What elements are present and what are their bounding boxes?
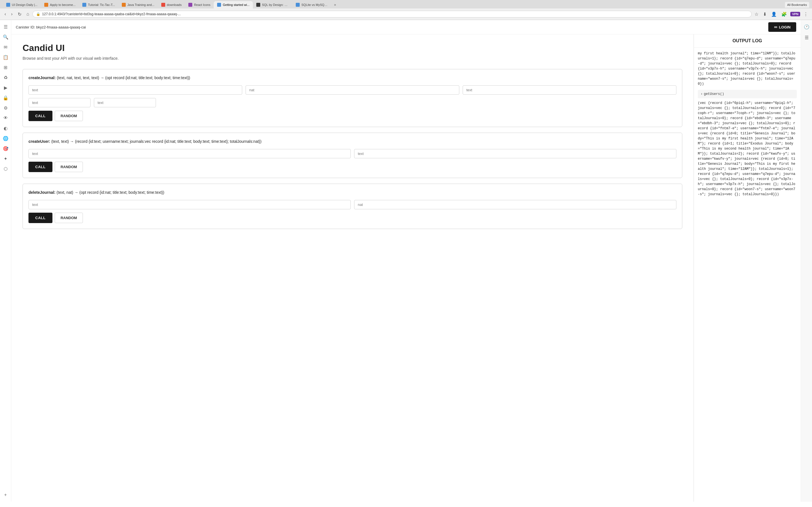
tab-label: Tutorial: Tic-Tac-T... (88, 3, 115, 6)
vpn-badge[interactable]: VPN (790, 12, 800, 16)
sidebar-icon-windows[interactable]: ⊞ (1, 63, 10, 72)
extensions-button[interactable]: 🧩 (780, 11, 788, 17)
tab-favicon (122, 3, 126, 7)
input-row-createJournal-1 (29, 86, 676, 95)
input-row-createUser-1 (29, 149, 676, 158)
page-subtitle: Browse and test your API with our visual… (22, 56, 682, 61)
tab-favicon (161, 3, 165, 7)
login-label: LOGIN (779, 25, 791, 29)
random-button-deleteJournal[interactable]: RANDOM (55, 213, 83, 223)
input-createJournal-text3[interactable] (29, 98, 91, 107)
input-row-deleteJournal-1 (29, 200, 676, 209)
sidebar-icon-refresh[interactable]: ♻ (1, 73, 10, 82)
input-deleteJournal-nat[interactable] (354, 200, 676, 209)
output-log-content: my first health journal"; time="12AM"}};… (694, 48, 801, 502)
output-collapsible-label: getUsers() (704, 92, 724, 97)
input-createJournal-text4[interactable] (94, 98, 156, 107)
tab-tutorial[interactable]: Tutorial: Tic-Tac-T... (79, 1, 118, 8)
download-button[interactable]: ⬇ (762, 11, 768, 17)
api-name-deleteJournal: deleteJournal: (29, 190, 56, 194)
api-sig-text-deleteJournal: (text, nat) → (opt record {id:nat; title… (57, 190, 164, 194)
api-sig-text-createUser: (text, text) → (record {id:text; usernam… (51, 139, 261, 144)
lock-icon: 🔒 (36, 12, 40, 16)
sidebar-icon-clipboard[interactable]: 📋 (1, 53, 10, 62)
tab-label: Java Training and... (128, 3, 154, 6)
api-signature-createUser: createUser: (text, text) → (record {id:t… (29, 138, 676, 145)
tab-react-icons[interactable]: React Icons (185, 1, 214, 8)
tab-label: SQLite vs MySQL... (301, 3, 328, 6)
profile-button[interactable]: 👤 (770, 11, 778, 17)
api-card-createJournal: createJournal: (text, nat, text, text, t… (22, 69, 682, 127)
call-button-createJournal[interactable]: CALL (29, 111, 52, 121)
sidebar-icon-add[interactable]: + (1, 490, 10, 499)
bookmark-button[interactable]: ☆ (753, 11, 760, 17)
sidebar-icon-lock[interactable]: 🔒 (1, 93, 10, 102)
api-signature-deleteJournal: deleteJournal: (text, nat) → (opt record… (29, 189, 676, 195)
tabs-overflow[interactable]: » (332, 2, 338, 8)
tab-java[interactable]: Java Training and... (118, 1, 158, 8)
browser-chrome: UI Design Daily |... Apply to become... … (0, 0, 812, 20)
output-entry-0: my first health journal"; time="12AM"}};… (698, 51, 797, 87)
tab-label: downloads (167, 3, 182, 6)
tab-ui-design[interactable]: UI Design Daily |... (3, 1, 41, 8)
home-button[interactable]: ⌂ (25, 11, 31, 17)
sidebar-icon-theme[interactable]: ◐ (1, 124, 10, 133)
refresh-button[interactable]: ↻ (16, 11, 23, 17)
call-button-createUser[interactable]: CALL (29, 162, 52, 172)
sidebar-icon-eye[interactable]: 👁 (1, 114, 10, 122)
sidebar-icon-sparkle[interactable]: ✦ (1, 154, 10, 163)
browser-tabs: UI Design Daily |... Apply to become... … (0, 0, 812, 8)
output-collapsible-getUsers[interactable]: › getUsers() (698, 90, 797, 98)
right-sidebar-clock-icon[interactable]: 🕐 (802, 22, 811, 31)
call-button-deleteJournal[interactable]: CALL (29, 213, 52, 223)
tab-favicon (44, 3, 48, 7)
output-panel: OUTPUT LOG my first health journal"; tim… (694, 34, 801, 502)
sidebar-icon-play[interactable]: ▶ (1, 83, 10, 92)
menu-button[interactable]: ⋮ (802, 11, 809, 17)
sidebar-icon-target[interactable]: 🎯 (1, 144, 10, 153)
input-row-createJournal-2 (29, 98, 676, 107)
tab-sqlite[interactable]: SQLite vs MySQL... (292, 1, 332, 8)
sidebar-icon-settings[interactable]: ⚙ (1, 103, 10, 112)
content-area: Canister ID: bkyz2-fmaaa-aaaaa-qaaaq-cai… (11, 20, 812, 502)
tab-sql-design[interactable]: SQL by Design: W... (253, 1, 292, 8)
right-sidebar-list-icon[interactable]: ☰ (802, 33, 811, 42)
all-bookmarks[interactable]: All Bookmarks (785, 2, 809, 8)
input-createUser-text2[interactable] (354, 149, 676, 158)
top-bar: Canister ID: bkyz2-fmaaa-aaaaa-qaaaq-cai… (11, 20, 801, 34)
tab-apply[interactable]: Apply to become... (41, 1, 79, 8)
tab-favicon (6, 3, 10, 7)
input-createJournal-nat[interactable] (246, 86, 459, 95)
tab-label: React Icons (194, 3, 210, 6)
input-createJournal-text2[interactable] (463, 86, 676, 95)
login-button[interactable]: ∞ LOGIN (768, 22, 796, 32)
btn-row-createJournal: CALL RANDOM (29, 111, 676, 121)
browser-nav: ‹ › ↻ ⌂ 🔒 127.0.0.1:4943/?canisterId=bd3… (0, 8, 812, 20)
sidebar-icon-search[interactable]: 🔍 (1, 33, 10, 41)
tab-candid[interactable]: Getting started wi... (214, 1, 253, 8)
sidebar-icon-globe[interactable]: 🌐 (1, 134, 10, 143)
btn-row-createUser: CALL RANDOM (29, 162, 676, 172)
sidebar-icon-menu[interactable]: ☰ (1, 22, 10, 31)
tab-downloads[interactable]: downloads (158, 1, 185, 8)
api-card-createUser: createUser: (text, text) → (record {id:t… (22, 133, 682, 178)
api-sig-text-createJournal: (text, nat, text, text, text) → (opt rec… (57, 75, 190, 80)
forward-button[interactable]: › (9, 11, 14, 17)
tab-label: UI Design Daily |... (12, 3, 38, 6)
random-button-createJournal[interactable]: RANDOM (55, 111, 83, 121)
random-button-createUser[interactable]: RANDOM (55, 162, 83, 172)
output-log-title: OUTPUT LOG (694, 34, 801, 48)
input-createUser-text1[interactable] (29, 149, 351, 158)
canister-id-label: Canister ID: bkyz2-fmaaa-aaaaa-qaaaq-cai (16, 25, 86, 29)
output-entry-2: (vec {record {id="6piql-h"; username="6p… (698, 101, 797, 197)
input-deleteJournal-text[interactable] (29, 200, 351, 209)
browser-actions: ☆ ⬇ 👤 🧩 VPN ⋮ (753, 11, 809, 17)
tab-favicon (82, 3, 86, 7)
right-sidebar: 🕐 ☰ (801, 20, 812, 502)
back-button[interactable]: ‹ (3, 11, 8, 17)
sidebar-icon-hex[interactable]: ⬡ (1, 164, 10, 173)
input-createJournal-text1[interactable] (29, 86, 242, 95)
address-bar[interactable]: 🔒 127.0.0.1:4943/?canisterId=bd3sg-teaaa… (33, 11, 752, 17)
page-title: Candid UI (22, 43, 682, 53)
sidebar-icon-mail[interactable]: ✉ (1, 43, 10, 52)
